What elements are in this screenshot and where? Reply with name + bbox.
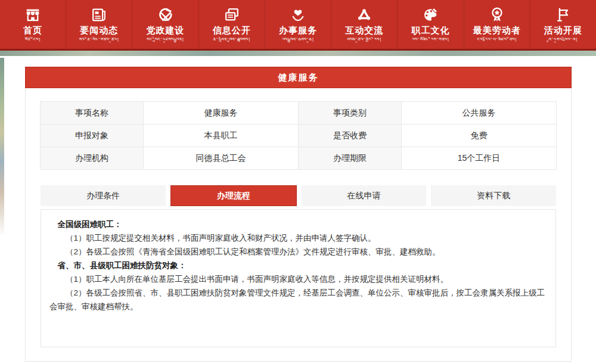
nav-item-tibetan-label: ཏང་སྲིད་འཛུགས་སྐྲུན། — [147, 36, 184, 43]
nav-item-interaction[interactable]: 互动交流 བསམ་ཚུལ་བརྗེ་རེས། — [331, 0, 398, 49]
nav-item-label: 最美劳动者 — [473, 24, 521, 36]
nav-item-tibetan-label: གལ་ཆེ་བའི་གནས་ཚུལ། — [79, 36, 120, 43]
nav-item-tibetan-label: གཙོ་ངོས། — [25, 36, 41, 43]
info-value: 健康服务 — [144, 102, 299, 125]
nav-item-party-building[interactable]: 党政建设 ཏང་སྲིད་འཛུགས་སྐྲུན། — [132, 0, 198, 49]
nav-item-tibetan-label: བསམ་ཚུལ་བརྗེ་རེས། — [347, 36, 382, 43]
medal-icon — [488, 5, 506, 24]
background-photo-strip — [0, 51, 596, 56]
info-value: 15个工作日 — [402, 147, 557, 170]
service-info-table: 事项名称 健康服务 事项类别 公共服务 申报对象 本县职工 是否收费 免费 办理… — [40, 101, 557, 170]
nav-item-label: 信息公开 — [213, 24, 251, 36]
nav-item-label: 办事服务 — [279, 24, 317, 36]
tab-process[interactable]: 办理流程 — [170, 185, 297, 206]
nav-item-tibetan-label: ཆ་འཕྲིན་ཁྱབ་བསྒྲགས། — [213, 36, 250, 43]
nav-item-label: 党政建设 — [147, 24, 185, 36]
main-content-card: 健康服务 事项名称 健康服务 事项类别 公共服务 申报对象 本县职工 是否收费 … — [25, 67, 572, 362]
nav-item-label: 互动交流 — [345, 24, 383, 36]
info-label: 办理期限 — [298, 147, 401, 170]
nav-item-activities[interactable]: 活动开展 བྱ་འགུལ་སྤེལ་བ། — [530, 0, 596, 49]
background-photo-sliver — [0, 58, 4, 237]
store-icon — [24, 5, 42, 24]
nav-item-label: 活动开展 — [544, 24, 582, 36]
info-value: 本县职工 — [144, 125, 299, 147]
nav-item-info-disclosure[interactable]: 信息公开 ཆ་འཕྲིན་ཁྱབ་བསྒྲགས། — [199, 0, 265, 49]
table-row: 申报对象 本县职工 是否收费 免费 — [41, 125, 557, 147]
nav-item-tibetan-label: བྱ་འགུལ་སྤེལ་བ། — [548, 36, 578, 43]
nav-item-services[interactable]: 办事服务 ལས་སྒྲུབ་ཞབས་ཞུ། — [265, 0, 331, 49]
section-heading: 全国级困难职工： — [49, 217, 547, 231]
network-icon — [355, 5, 373, 24]
info-value: 免费 — [402, 125, 557, 147]
nav-item-model-workers[interactable]: 最美劳动者 ངལ་རྩོལ་པ་མཛེས་ཤོས། — [464, 0, 530, 49]
nav-item-news[interactable]: 要闻动态 གལ་ཆེ་བའི་གནས་ཚུལ། — [66, 0, 132, 49]
tab-downloads[interactable]: 资料下载 — [431, 185, 556, 206]
nav-item-label: 首页 — [23, 24, 42, 36]
newspaper-icon — [90, 5, 108, 24]
info-label: 事项名称 — [41, 102, 144, 125]
tab-panel-process: 全国级困难职工： （1）职工按规定提交相关材料，书面声明家庭收入和财产状况，并由… — [41, 209, 556, 347]
hammer-sickle-icon — [157, 5, 175, 24]
section-paragraph: （1）职工按规定提交相关材料，书面声明家庭收入和财产状况，并由申请人签字确认。 — [49, 231, 547, 245]
section-heading: 省、市、县级职工困难扶防贫对象： — [49, 259, 547, 272]
tab-conditions[interactable]: 办理条件 — [41, 185, 166, 206]
info-label: 办理机构 — [41, 147, 144, 170]
nav-item-tibetan-label: ངལ་རྩོལ་པ་མཛེས་ཤོས། — [477, 36, 517, 43]
info-label: 申报对象 — [41, 125, 144, 147]
page-title: 健康服务 — [25, 67, 572, 88]
documents-icon — [223, 5, 241, 24]
nav-item-label: 要闻动态 — [80, 24, 118, 36]
top-navigation: 首页 གཙོ་ངོས། 要闻动态 གལ་ཆེ་བའི་གནས་ཚུལ། 党政建设… — [0, 0, 596, 51]
section-paragraph: （1）职工本人向所在单位基层工会提出书面申请，书面声明家庭收入等信息，并按规定提… — [49, 272, 547, 286]
nav-item-tibetan-label: ལས་སྒྲུབ་ཞབས་ཞུ། — [282, 36, 314, 43]
info-label: 事项类别 — [298, 102, 401, 125]
section-paragraph: （2）各级工会按照《青海省全国级困难职工认定和档案管理办法》文件规定进行审核、审… — [49, 245, 547, 259]
table-row: 事项名称 健康服务 事项类别 公共服务 — [41, 102, 557, 125]
info-value: 公共服务 — [402, 102, 557, 125]
section-paragraph: （2）各级工会按照省、市、县职工困难扶防贫对象管理文件规定，经基层工会调查、单位… — [49, 286, 547, 313]
heart-hands-icon — [289, 5, 307, 24]
info-value: 同德县总工会 — [144, 147, 299, 170]
table-row: 办理机构 同德县总工会 办理期限 15个工作日 — [41, 147, 557, 170]
tab-bar: 办理条件 办理流程 在线申请 资料下载 — [41, 185, 556, 206]
nav-item-label: 职工文化 — [411, 24, 449, 36]
nav-item-tibetan-label: ལས་བཟོའི་རིག་གནས། — [412, 36, 449, 43]
nav-item-worker-culture[interactable]: 职工文化 ལས་བཟོའི་རིག་གནས། — [398, 0, 464, 49]
palette-icon — [421, 5, 439, 24]
info-label: 是否收费 — [298, 125, 401, 147]
flag-icon — [554, 5, 572, 24]
nav-item-home[interactable]: 首页 གཙོ་ངོས། — [0, 0, 66, 49]
tab-online-apply[interactable]: 在线申请 — [302, 185, 427, 206]
